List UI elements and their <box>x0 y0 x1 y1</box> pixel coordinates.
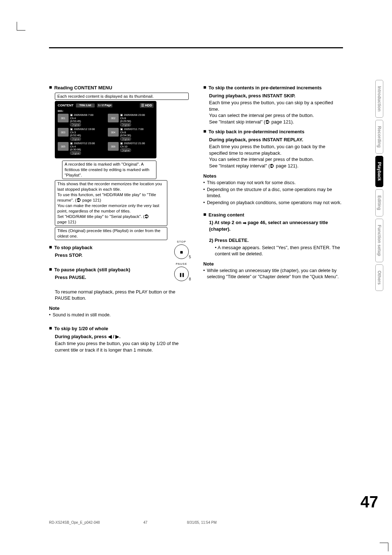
square-bullet-icon: ■ <box>203 129 206 135</box>
square-bullet-icon: ■ <box>49 85 52 91</box>
pause-resume-text: To resume normal playback, press the PLA… <box>55 289 189 301</box>
note-item: While selecting an unnecessary title (ch… <box>203 268 343 280</box>
square-bullet-icon: ■ <box>203 212 206 218</box>
heading-pause-playback: To pause playback (still playback) <box>54 267 130 273</box>
note-heading: Note <box>49 305 189 312</box>
content-menu-item: 001▣ 2005/06/08 7:00Ch:4(0:53:45)Origina… <box>58 114 103 126</box>
pause-button-label: PAUSE <box>176 262 187 266</box>
callout-thumbnail: Each recorded content is displayed as it… <box>55 93 189 100</box>
pause-button <box>174 267 189 281</box>
heading-skip-back: To skip back in pre-determined increment… <box>208 129 304 135</box>
notes-heading: Notes <box>203 173 343 179</box>
erase-step-2: 2) Press DELETE. <box>209 237 343 244</box>
page-ref-arrow-icon <box>144 214 149 219</box>
content-menu-screen: CONTENT Title List 1 / 2 Page ☰ HDD 001:… <box>55 101 156 158</box>
skip-1-20-body: Each time you press the button, you can … <box>55 340 189 353</box>
page-number: 47 <box>360 491 378 513</box>
tab-editing: Editing <box>375 189 383 216</box>
skip-back-body: Each time you press the button, you can … <box>209 143 343 169</box>
content-menu-page-indicator: 1 / 2 Page <box>97 104 113 108</box>
content-menu-item: 004▣ 2005/07/11 7:00Ch:8(0:54:30)Origina… <box>108 128 154 141</box>
tab-function-setup: Function setup <box>375 219 383 262</box>
tab-playback: Playback <box>375 156 383 187</box>
erase-step-1: 1) At step 2 on page 46, select an unnec… <box>209 219 343 232</box>
content-menu-item: 006▣ 2005/07/12 21:00Ch:10Original <box>108 142 154 155</box>
square-bullet-icon: ■ <box>203 85 206 91</box>
page-body: ■Reading CONTENT MENU Each recorded cont… <box>49 47 343 357</box>
thumbnail-icon: 006 <box>108 142 119 151</box>
content-menu-logo: CONTENT <box>58 103 74 108</box>
tab-introduction: Introduction <box>375 80 383 118</box>
erase-step-2-body: • A message appears. Select "Yes", then … <box>215 244 343 257</box>
note-heading: Note <box>203 261 343 267</box>
stop-icon <box>180 247 183 256</box>
footer-timestamp: 8/31/05, 11:54 PM <box>187 520 343 525</box>
thumbnail-icon: 003 <box>58 128 69 137</box>
thumbnail-icon: 005 <box>58 142 69 151</box>
print-footer: RD-XS24SB_Ope_E_p042-048 47 8/31/05, 11:… <box>49 520 343 525</box>
page-ref-arrow-icon <box>270 164 274 169</box>
stop-button-number: 5 <box>189 255 191 260</box>
page-ref-arrow-solid-icon <box>243 221 246 225</box>
skip-forward-body: Each time you press the button, you can … <box>209 100 343 125</box>
crop-top <box>17 22 25 31</box>
callout-order: Titles (Original) precede titles (Playli… <box>55 227 167 240</box>
content-menu-item: 003▣ 2005/06/12 19:00Ch:3(0:52:40)Origin… <box>58 128 103 141</box>
content-menu-item: 002▣ 2005/06/08 23:00Ch:8(0:29:50)Origin… <box>108 114 154 126</box>
pause-button-number: 8 <box>189 277 191 282</box>
square-bullet-icon: ■ <box>49 244 52 251</box>
square-bullet-icon: ■ <box>49 267 52 273</box>
header-rule <box>49 47 343 48</box>
right-column: ■To skip the contents in pre-determined … <box>203 85 343 357</box>
content-menu-titlelist-tab: Title List <box>76 104 95 108</box>
footer-doc-id: RD-XS24SB_Ope_E_p042-048 <box>49 520 143 525</box>
note-item: Depending on playback conditions, some o… <box>203 200 343 206</box>
heading-stop-playback: To stop playback <box>54 244 92 251</box>
note-item: Depending on the structure of a disc, so… <box>203 187 343 199</box>
crop-bottom <box>380 543 388 551</box>
thumbnail-icon: 001 <box>58 114 69 122</box>
heading-erasing-content: Erasing content <box>208 212 244 218</box>
content-menu-storage-indicator: ☰ HDD <box>140 103 154 108</box>
thumbnail-icon: 004 <box>108 128 119 137</box>
content-menu-item: 005▣ 2005/07/12 23:00Ch:4(0:30:08)Origin… <box>58 142 103 155</box>
heading-reading-content-menu: Reading CONTENT MENU <box>54 85 112 91</box>
heading-skip-forward: To skip the contents in pre-determined i… <box>208 85 322 91</box>
content-menu-grid: 001▣ 2005/06/08 7:00Ch:4(0:53:45)Origina… <box>58 114 154 155</box>
left-column: ■Reading CONTENT MENU Each recorded cont… <box>49 85 189 357</box>
content-menu-row001: 001: <box>58 109 154 113</box>
callout-resume: This shows that the recorder memorizes t… <box>55 180 167 226</box>
section-tabs: Introduction Recording Playback Editing … <box>375 80 383 291</box>
stop-button <box>174 244 189 259</box>
tab-others: Others <box>375 264 383 291</box>
pause-icon <box>179 269 184 279</box>
page-ref-arrow-icon <box>77 198 81 203</box>
instruction-press-stop: Press STOP. <box>55 252 168 259</box>
stop-button-label: STOP <box>177 240 186 244</box>
instruction-skip-lr: During playback, press ◀ / ▶. <box>55 333 189 340</box>
footer-page: 47 <box>143 520 187 525</box>
instruction-instant-skip: During playback, press INSTANT SKIP. <box>209 93 343 99</box>
callout-original-playlist: A recorded title is marked with "Origina… <box>62 161 156 179</box>
note-item: This operation may not work for some dis… <box>203 180 343 186</box>
instruction-press-pause: Press PAUSE. <box>55 274 168 281</box>
heading-skip-1-20: To skip by 1/20 of whole <box>54 325 108 332</box>
square-bullet-icon: ■ <box>49 325 52 332</box>
instruction-instant-replay: During playback, press INSTANT REPLAY. <box>209 137 343 143</box>
thumbnail-icon: 002 <box>108 114 119 122</box>
tab-recording: Recording <box>375 120 383 154</box>
note-item: Sound is muted in still mode. <box>49 312 189 318</box>
page-ref-arrow-icon <box>265 120 270 125</box>
